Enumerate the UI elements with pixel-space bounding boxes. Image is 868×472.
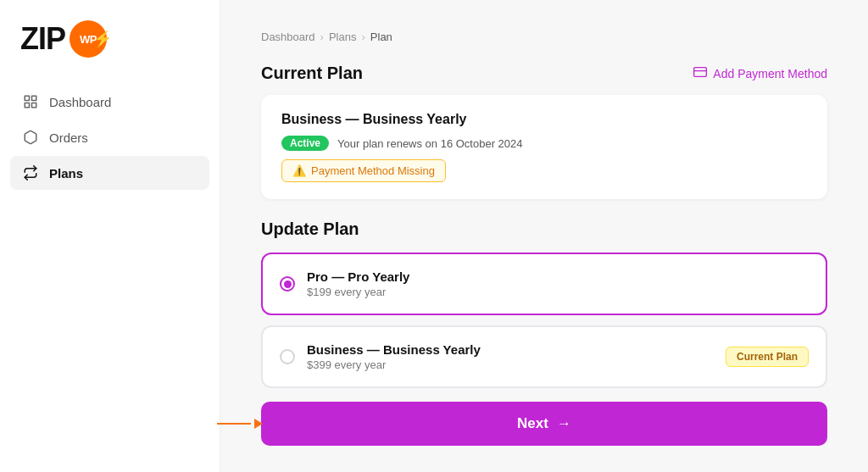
payment-warning-text: Payment Method Missing (311, 164, 435, 177)
next-button[interactable]: Next → (261, 402, 827, 446)
arrow-indicator (217, 419, 263, 429)
plan-option-pro[interactable]: Pro — Pro Yearly $199 every year (261, 253, 827, 315)
arrow-head (254, 419, 263, 429)
current-plan-header: Current Plan Add Payment Method (261, 64, 827, 83)
main-content: Dashboard › Plans › Plan Current Plan Ad… (220, 0, 868, 472)
current-plan-card: Business — Business Yearly Active Your p… (261, 95, 827, 199)
payment-warning-badge: ⚠️ Payment Method Missing (281, 159, 446, 182)
sidebar-item-dashboard-label: Dashboard (49, 95, 111, 109)
plan-option-business-details: Business — Business Yearly $399 every ye… (307, 342, 481, 371)
current-plan-tag: Current Plan (726, 347, 809, 367)
plan-option-pro-left: Pro — Pro Yearly $199 every year (280, 269, 409, 298)
svg-rect-3 (32, 103, 36, 108)
current-plan-title: Current Plan (261, 64, 363, 83)
add-payment-label: Add Payment Method (713, 67, 827, 81)
logo: ZIP WP ⚡ (20, 20, 199, 58)
breadcrumb-sep-1: › (320, 31, 324, 43)
next-btn-container: Next → (261, 402, 827, 446)
sidebar-item-dashboard[interactable]: Dashboard (10, 85, 209, 119)
next-label: Next (517, 415, 548, 432)
plan-status-row: Active Your plan renews on 16 October 20… (281, 136, 807, 151)
nav-menu: Dashboard Orders Plans (0, 85, 220, 190)
sidebar-item-plans-label: Plans (49, 166, 83, 180)
plan-option-business-price: $399 every year (307, 358, 481, 371)
logo-text: ZIP (20, 24, 65, 54)
refresh-icon (22, 164, 39, 181)
radio-pro-inner (284, 280, 292, 288)
plan-option-business-left: Business — Business Yearly $399 every ye… (280, 342, 481, 371)
credit-card-icon (693, 65, 707, 81)
plan-option-business-name: Business — Business Yearly (307, 342, 481, 357)
logo-area: ZIP WP ⚡ (0, 20, 220, 85)
update-plan-section: Update Plan Pro — Pro Yearly $199 every … (261, 219, 827, 446)
svg-rect-2 (25, 103, 29, 108)
update-plan-title: Update Plan (261, 219, 827, 239)
arrow-line (217, 423, 251, 425)
sidebar-item-plans[interactable]: Plans (10, 156, 209, 190)
svg-rect-0 (25, 96, 29, 100)
current-plan-section: Current Plan Add Payment Method Business… (261, 64, 827, 199)
current-plan-name: Business — Business Yearly (281, 112, 807, 127)
grid-icon (22, 93, 39, 110)
plan-renew-text: Your plan renews on 16 October 2024 (337, 137, 523, 150)
breadcrumb-sep-2: › (361, 31, 364, 43)
box-icon (22, 129, 39, 146)
lightning-icon: ⚡ (93, 30, 112, 48)
logo-badge: WP ⚡ (70, 20, 107, 58)
sidebar: ZIP WP ⚡ Dashboard Orders (0, 0, 220, 472)
plan-option-pro-price: $199 every year (307, 286, 409, 298)
plan-option-pro-details: Pro — Pro Yearly $199 every year (307, 269, 409, 298)
svg-rect-4 (694, 68, 707, 77)
breadcrumb-plan: Plan (370, 31, 392, 43)
breadcrumb-dashboard[interactable]: Dashboard (261, 31, 315, 43)
status-badge: Active (281, 136, 329, 151)
warning-icon: ⚠️ (292, 164, 306, 177)
breadcrumb-plans[interactable]: Plans (329, 31, 357, 43)
add-payment-button[interactable]: Add Payment Method (693, 65, 827, 81)
plan-option-business[interactable]: Business — Business Yearly $399 every ye… (261, 325, 827, 388)
sidebar-item-orders-label: Orders (49, 130, 88, 145)
sidebar-item-orders[interactable]: Orders (10, 120, 209, 154)
radio-business (280, 349, 295, 364)
next-arrow-icon: → (557, 415, 571, 432)
plan-option-pro-name: Pro — Pro Yearly (307, 269, 409, 284)
svg-rect-1 (32, 96, 36, 100)
radio-pro (280, 276, 295, 292)
breadcrumb: Dashboard › Plans › Plan (261, 31, 827, 43)
